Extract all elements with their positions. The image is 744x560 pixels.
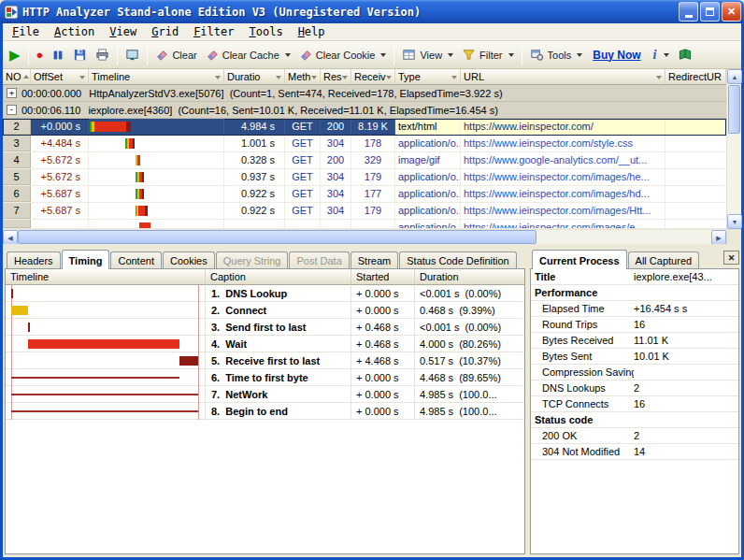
clear-cookie-button[interactable]: Clear Cookie [295,46,391,65]
info-menu-button[interactable]: i [648,45,674,65]
column-header-redirecturl[interactable]: RedirectUR [665,69,726,85]
vertical-scrollbar[interactable]: ▲ ▼ [726,69,741,229]
timing-row: 8. Begin to end + 0.000 s 4.985 s (100.0… [6,403,524,420]
menu-file[interactable]: File [5,23,47,41]
menu-grid[interactable]: Grid [144,23,186,41]
table-row[interactable]: 4 +5.672 s 0.328 s GET 200 329 image/gif… [3,152,726,169]
group-expander[interactable]: + [7,88,17,98]
column-header-offset[interactable]: OffSet [31,69,89,85]
cell-type: text/html [395,119,461,135]
view-menu-button[interactable]: View [398,45,457,65]
tab-timing[interactable]: Timing [62,250,110,269]
cell-received: 177 [351,186,395,202]
process-row: 304 Not Modified14 [531,444,738,460]
column-label: OffSet [34,71,63,82]
cell-result: 200 [321,119,351,135]
process-label: DNS Lookups [542,382,634,394]
scroll-down-button[interactable]: ▼ [727,214,742,229]
timing-caption: 7. NetWork [206,386,351,402]
cell-type: application/o... [395,186,461,202]
tab-current-process[interactable]: Current Process [532,250,627,269]
group-row[interactable]: - 00:00:06.110 iexplore.exe[4360] (Count… [3,102,726,119]
timing-line [11,377,179,379]
maximize-button[interactable] [700,2,720,22]
table-row[interactable]: 5 +5.672 s 0.937 s GET 304 179 applicati… [3,169,726,186]
timing-started: + 0.468 s [351,319,415,335]
tab-content[interactable]: Content [110,251,162,268]
pause-button[interactable] [48,46,68,65]
filter-dropdown-icon[interactable] [342,76,348,79]
save-button[interactable] [69,45,91,65]
group-expander[interactable]: - [7,105,17,115]
cell-timeline [89,136,224,151]
table-row[interactable]: 3 +4.484 s 1.001 s GET 304 178 applicati… [3,136,726,152]
menu-filter[interactable]: Filter [186,23,241,41]
scroll-up-button[interactable]: ▲ [727,69,742,84]
table-row[interactable]: 2 +0.000 s 4.984 s GET 200 8.19 K text/h… [3,119,726,136]
clear-cache-button[interactable]: Clear Cache [202,46,294,65]
scroll-track[interactable] [537,230,711,244]
help-button[interactable] [674,45,696,65]
column-header-type[interactable]: Type [395,69,461,85]
cell-url: https://www.ieinspector.com/images/Htt..… [461,203,665,219]
scroll-thumb[interactable] [728,85,740,134]
tab-status-code-definition[interactable]: Status Code Definition [399,251,516,268]
process-label: 200 OK [542,430,634,441]
close-button[interactable]: ✕ [722,2,741,22]
filter-dropdown-icon[interactable] [656,76,662,79]
filter-menu-button[interactable]: Filter [458,45,517,65]
tab-cookies[interactable]: Cookies [163,251,215,268]
table-row[interactable]: 6 +5.687 s 0.922 s GET 304 177 applicati… [3,186,726,203]
table-row[interactable]: 7 +5.687 s 0.922 s GET 304 179 applicati… [3,203,726,220]
column-header-received[interactable]: Receiv [351,69,395,85]
scroll-thumb[interactable] [18,230,537,244]
cell-offset: +0.000 s [31,119,89,135]
filter-dropdown-icon[interactable] [311,76,317,79]
printer-icon [95,48,109,62]
detail-close-button[interactable]: ✕ [723,251,739,265]
column-header-no[interactable]: NO [3,69,31,85]
tab-post-data[interactable]: Post Data [289,251,349,268]
column-label: Timeline [92,71,130,82]
menu-action[interactable]: Action [47,23,102,41]
tools-menu-button[interactable]: Tools [526,45,587,65]
scroll-right-button[interactable]: ▶ [711,230,726,245]
record-button[interactable]: ● [33,46,48,65]
table-row-partial[interactable]: application/o... https://www.ieinspector… [3,220,726,229]
menu-help[interactable]: Help [291,23,333,41]
horizontal-scrollbar[interactable]: ◀ ▶ [3,229,741,244]
column-header-result[interactable]: Res [321,69,351,85]
filter-dropdown-icon[interactable] [215,76,221,79]
timing-duration: 4.468 s (89.65%) [415,369,524,385]
minimize-button[interactable] [679,2,698,22]
group-row[interactable]: + 00:00:00.000 HttpAnalyzerStdV3.exe[507… [3,85,726,102]
filter-dropdown-icon[interactable] [79,76,85,79]
column-header-url[interactable]: URL [461,69,665,85]
timing-caption: 5. Receive first to last [206,352,351,368]
scroll-left-button[interactable]: ◀ [3,230,18,245]
menu-tools[interactable]: Tools [241,23,290,41]
filter-dropdown-icon[interactable] [386,76,392,79]
filter-dropdown-icon[interactable] [276,76,281,79]
menu-view[interactable]: View [102,23,144,41]
cell-duration: 0.922 s [224,203,285,219]
print-button[interactable] [92,45,113,65]
tab-headers[interactable]: Headers [7,251,61,268]
column-header-method[interactable]: Meth [285,69,321,85]
filter-dropdown-icon[interactable] [451,76,457,79]
column-header-duration[interactable]: Duratio [224,69,285,85]
cell-redirecturl [665,152,726,168]
column-header-timeline[interactable]: Timeline [89,69,224,85]
timing-caption: 8. Begin to end [206,403,351,419]
tab-query-string[interactable]: Query String [216,251,289,268]
timeline-bar [136,206,148,216]
clear-button[interactable]: Clear [151,46,200,65]
tab-all-captured[interactable]: All Captured [628,251,700,268]
tab-stream[interactable]: Stream [351,251,398,268]
buy-now-link[interactable]: Buy Now [587,46,646,65]
export-button[interactable] [122,45,143,65]
cell-redirecturl [665,119,726,135]
cell-url: https://www.ieinspector.com/images/hd... [461,186,665,202]
start-button[interactable]: ▶ [6,46,24,65]
group-time: 00:00:06.110 [21,105,80,116]
